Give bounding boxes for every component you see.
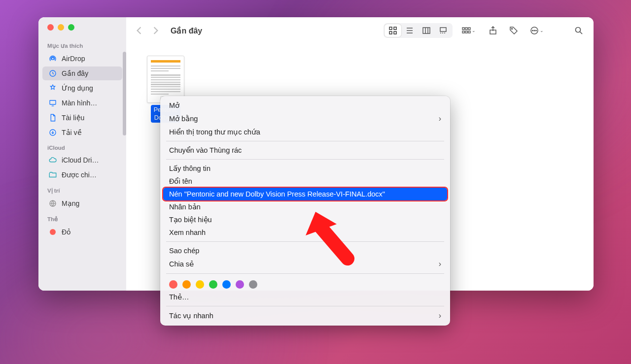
svg-point-22 [536,30,537,31]
toolbar: Gần đây ⌄ ⌄ [126,17,594,44]
sidebar-item-documents[interactable]: Tài liệu [42,111,122,125]
cloud-icon [48,156,57,165]
sidebar-item-desktop[interactable]: Màn hình… [42,96,122,110]
svg-point-0 [52,58,54,60]
svg-rect-16 [468,31,470,33]
sidebar-scrollbar[interactable] [123,52,126,135]
menu-item-quick-look[interactable]: Xem nhanh [160,226,450,239]
view-list-button[interactable] [401,24,418,37]
sidebar-label: Ứng dụng [62,84,93,92]
menu-item-copy[interactable]: Sao chép [160,244,450,257]
sidebar-label: Được chi… [62,171,97,179]
menu-item-show-in-folder[interactable]: Hiển thị trong thư mục chứa [160,126,450,138]
tags-button[interactable] [506,24,522,37]
menu-item-duplicate[interactable]: Nhân bản [160,200,450,213]
desktop-icon [48,99,57,107]
menu-separator [166,241,444,242]
action-button[interactable]: ⌄ [526,24,547,37]
tag-color-purple[interactable] [236,280,244,289]
svg-rect-7 [389,32,392,34]
tag-color-green[interactable] [209,280,217,289]
menu-item-get-info[interactable]: Lấy thông tin [160,162,450,175]
svg-rect-9 [423,28,430,33]
group-by-button[interactable]: ⌄ [457,24,480,37]
svg-rect-6 [394,27,396,30]
sidebar-label: AirDrop [62,55,85,63]
menu-item-make-alias[interactable]: Tạo biệt hiệu [160,213,450,226]
sidebar-item-icloud-drive[interactable]: iCloud Dri… [42,153,122,167]
tag-color-orange[interactable] [182,280,191,289]
menu-item-move-to-trash[interactable]: Chuyển vào Thùng rác [160,144,450,157]
menu-item-rename[interactable]: Đổi tên [160,175,450,188]
menu-item-tags[interactable]: Thẻ… [160,291,450,303]
svg-point-23 [576,28,581,33]
svg-rect-12 [465,28,467,30]
sidebar-label: Tải về [62,129,82,136]
window-title: Gần đây [171,26,202,35]
chevron-right-icon: › [439,260,441,268]
sidebar-label: Gần đây [62,69,88,77]
svg-rect-15 [465,31,467,33]
menu-item-compress[interactable]: Nén "Pentonic and new Dolby Vision Press… [163,188,447,200]
view-icons-button[interactable] [385,24,401,37]
download-icon [48,128,57,137]
menu-separator [166,306,444,306]
svg-rect-2 [50,100,56,104]
svg-rect-14 [462,31,464,33]
tag-dot-icon [48,228,57,236]
svg-rect-8 [394,32,396,34]
airdrop-icon [48,54,57,63]
sidebar-section-icloud: iCloud [38,140,126,153]
menu-separator [166,273,444,274]
menu-item-quick-actions[interactable]: Tác vụ nhanh› [160,309,450,323]
svg-rect-10 [440,28,446,32]
close-window-button[interactable] [47,24,54,31]
sidebar-item-network[interactable]: Mạng [42,197,122,210]
sidebar-label: Đỏ [62,228,71,236]
svg-rect-13 [468,28,470,30]
sidebar-item-airdrop[interactable]: AirDrop [42,52,122,66]
context-menu: Mở Mở bằng› Hiển thị trong thư mục chứa … [160,96,450,326]
network-icon [48,199,57,208]
view-mode-segmented-control [384,23,453,38]
menu-separator [166,159,444,160]
minimize-window-button[interactable] [58,24,64,31]
view-gallery-button[interactable] [435,24,452,37]
svg-rect-5 [389,27,392,30]
sidebar-label: Mạng [62,199,79,207]
svg-rect-11 [462,28,464,30]
search-button[interactable] [571,24,587,37]
document-icon [48,113,57,122]
view-columns-button[interactable] [418,24,435,37]
chevron-right-icon: › [439,114,441,123]
zoom-window-button[interactable] [68,24,74,31]
menu-separator [166,141,444,141]
share-button[interactable] [485,24,501,37]
traffic-lights [38,24,126,37]
sidebar-label: iCloud Dri… [62,156,99,164]
sidebar-section-favorites: Mục ưa thích [38,37,126,51]
tag-color-blue[interactable] [222,280,231,289]
sidebar: Mục ưa thích AirDrop Gần đây Ứng dụng Mà… [38,17,126,291]
menu-item-open-with[interactable]: Mở bằng› [160,112,450,126]
svg-point-21 [534,30,535,31]
sidebar-label: Màn hình… [62,99,97,107]
tag-color-gray[interactable] [249,280,257,289]
shared-folder-icon [48,170,57,179]
menu-item-open[interactable]: Mở [160,99,450,112]
menu-tag-color-row [160,276,450,291]
clock-icon [48,69,57,78]
sidebar-item-downloads[interactable]: Tải về [42,126,122,139]
sidebar-item-shared[interactable]: Được chi… [42,168,122,182]
svg-point-20 [532,30,533,31]
sidebar-item-tag-red[interactable]: Đỏ [42,225,122,239]
tag-color-red[interactable] [169,280,177,289]
back-button[interactable] [133,24,145,37]
chevron-down-icon: ⌄ [540,28,544,33]
tag-color-yellow[interactable] [196,280,204,289]
sidebar-item-recents[interactable]: Gần đây [42,66,122,80]
sidebar-item-applications[interactable]: Ứng dụng [42,81,122,95]
menu-item-share[interactable]: Chia sẻ› [160,257,450,271]
sidebar-label: Tài liệu [62,114,84,122]
forward-button[interactable] [150,24,162,37]
